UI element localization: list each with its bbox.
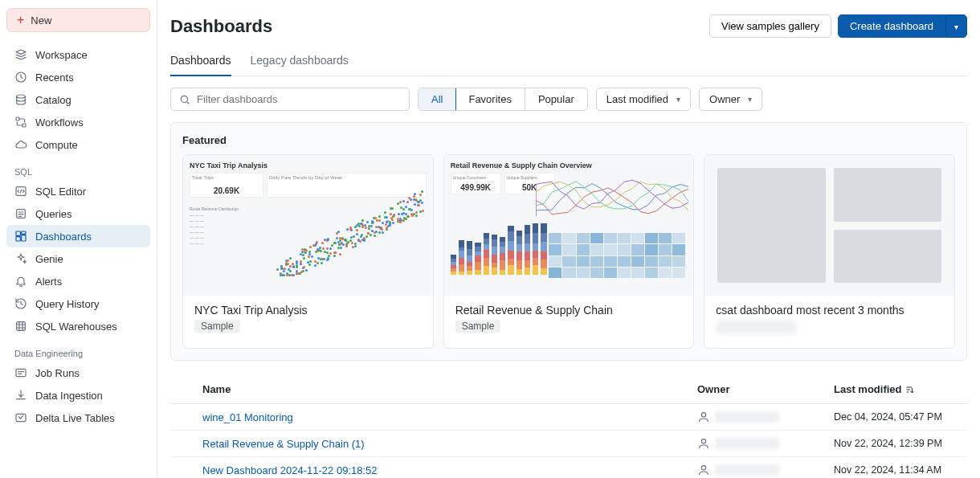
- sidebar-item-label: Workspace: [35, 49, 88, 61]
- svg-rect-7: [22, 231, 26, 234]
- warehouses-icon: [14, 320, 27, 333]
- col-modified-header[interactable]: Last modified: [834, 383, 962, 395]
- cloud-icon: [14, 138, 27, 151]
- alerts-icon: [14, 275, 27, 288]
- svg-point-15: [701, 413, 705, 417]
- svg-rect-9: [16, 237, 20, 241]
- new-button[interactable]: + New: [6, 8, 150, 32]
- search-icon: [179, 94, 190, 105]
- editor-icon: [14, 185, 27, 198]
- table-row[interactable]: New Dashboard 2024-11-22 09:18:52 Nov 22…: [170, 457, 967, 478]
- svg-point-13: [181, 96, 187, 102]
- person-icon: [697, 464, 710, 476]
- sidebar-item-label: SQL Warehouses: [35, 321, 117, 333]
- dlt-icon: [14, 411, 27, 424]
- segment-all[interactable]: All: [418, 88, 456, 111]
- jobruns-icon: [14, 366, 27, 379]
- sidebar-item-recents[interactable]: Recents: [6, 66, 150, 88]
- featured-title: Featured: [182, 134, 955, 146]
- genie-icon: [14, 252, 27, 265]
- sidebar-item-label: Alerts: [35, 276, 62, 288]
- sql-section-label: SQL: [6, 164, 150, 180]
- table-row[interactable]: Retail Revenue & Supply Chain (1) Nov 22…: [170, 431, 967, 457]
- sidebar-item-query-history[interactable]: Query History: [6, 292, 150, 315]
- de-section-label: Data Engineering: [6, 345, 150, 362]
- sample-badge: Sample: [194, 320, 240, 333]
- sidebar-item-sql-editor[interactable]: SQL Editor: [6, 180, 150, 202]
- create-dashboard-dropdown[interactable]: ▾: [945, 14, 967, 38]
- sidebar-item-label: Queries: [35, 208, 72, 220]
- sidebar-item-workflows[interactable]: Workflows: [6, 111, 150, 133]
- modified-cell: Nov 22, 2024, 11:34 AM: [834, 464, 962, 476]
- sidebar-item-workspace[interactable]: Workspace: [6, 43, 150, 66]
- sidebar-item-delta-live-tables[interactable]: Delta Live Tables: [6, 407, 150, 429]
- owner-name-redacted: [715, 411, 779, 423]
- col-owner-header[interactable]: Owner: [697, 383, 834, 395]
- history-icon: [14, 297, 27, 310]
- sidebar-item-sql-warehouses[interactable]: SQL Warehouses: [6, 315, 150, 337]
- ingestion-icon: [14, 389, 27, 402]
- sidebar-item-label: Job Runs: [35, 367, 80, 379]
- plus-icon: +: [17, 14, 24, 27]
- segment-favorites[interactable]: Favorites: [455, 88, 525, 110]
- sample-badge: Sample: [455, 320, 501, 333]
- owner-cell: [697, 437, 834, 450]
- sidebar-item-label: Catalog: [35, 94, 71, 106]
- sidebar-item-label: Data Ingestion: [35, 390, 103, 402]
- last-modified-dropdown[interactable]: Last modified ▾: [596, 88, 691, 111]
- sidebar-item-catalog[interactable]: Catalog: [6, 88, 150, 111]
- filter-input[interactable]: [197, 93, 401, 105]
- sidebar: + New WorkspaceRecentsCatalogWorkflowsCo…: [0, 0, 157, 478]
- create-dashboard-button[interactable]: Create dashboard: [838, 14, 945, 38]
- sidebar-item-genie[interactable]: Genie: [6, 247, 150, 270]
- sidebar-item-label: Recents: [35, 71, 74, 84]
- tab-legacy-dashboards[interactable]: Legacy dashboards: [251, 49, 349, 76]
- featured-card[interactable]: NYC Taxi Trip Analysis Total Trips20.69K…: [182, 154, 434, 349]
- main-content: Dashboards View samples gallery Create d…: [157, 0, 980, 478]
- tab-dashboards[interactable]: Dashboards: [170, 49, 231, 76]
- page-title: Dashboards: [170, 16, 272, 37]
- modified-cell: Dec 04, 2024, 05:47 PM: [834, 411, 962, 423]
- sidebar-item-alerts[interactable]: Alerts: [6, 270, 150, 292]
- featured-card[interactable]: Retail Revenue & Supply Chain Overview U…: [443, 154, 695, 349]
- owner-dropdown[interactable]: Owner ▾: [699, 88, 762, 111]
- table-row[interactable]: wine_01 Monitoring Dec 04, 2024, 05:47 P…: [170, 404, 967, 431]
- sidebar-item-label: Delta Live Tables: [35, 412, 115, 424]
- dashboard-link[interactable]: wine_01 Monitoring: [175, 411, 697, 423]
- sidebar-item-queries[interactable]: Queries: [6, 202, 150, 225]
- dashboard-link[interactable]: New Dashboard 2024-11-22 09:18:52: [175, 464, 697, 476]
- chevron-down-icon: ▾: [748, 95, 752, 104]
- sidebar-item-label: Dashboards: [35, 231, 92, 243]
- owner-badge-redacted: [716, 320, 796, 334]
- svg-rect-10: [17, 322, 26, 331]
- sidebar-item-compute[interactable]: Compute: [6, 133, 150, 156]
- svg-point-17: [701, 466, 705, 470]
- sidebar-item-label: Workflows: [35, 116, 84, 129]
- queries-icon: [14, 207, 27, 220]
- clock-icon: [14, 71, 27, 84]
- featured-card[interactable]: csat dashboard most recent 3 months: [704, 154, 955, 349]
- owner-cell: [697, 464, 834, 476]
- dashboard-link[interactable]: Retail Revenue & Supply Chain (1): [175, 438, 697, 450]
- new-button-label: New: [31, 14, 51, 27]
- card-preview: [704, 155, 954, 296]
- view-samples-button[interactable]: View samples gallery: [709, 14, 831, 38]
- sidebar-item-label: Genie: [35, 253, 63, 265]
- sidebar-item-dashboards[interactable]: Dashboards: [6, 225, 150, 247]
- sort-icon: [905, 385, 915, 394]
- sidebar-item-job-runs[interactable]: Job Runs: [6, 362, 150, 384]
- sidebar-item-data-ingestion[interactable]: Data Ingestion: [6, 384, 150, 407]
- card-title: Retail Revenue & Supply Chain: [455, 304, 683, 317]
- owner-name-redacted: [715, 438, 779, 449]
- card-title: csat dashboard most recent 3 months: [716, 304, 943, 317]
- dashboards-icon: [14, 230, 27, 243]
- chevron-down-icon: ▾: [676, 95, 680, 104]
- card-preview: Retail Revenue & Supply Chain Overview U…: [444, 155, 694, 296]
- filter-search[interactable]: [170, 88, 410, 111]
- workspace-icon: [14, 48, 27, 61]
- dashboards-table: Name Owner Last modified wine_01 Monitor…: [170, 375, 967, 478]
- catalog-icon: [14, 93, 27, 106]
- segment-popular[interactable]: Popular: [525, 88, 587, 110]
- sidebar-item-label: Compute: [35, 139, 78, 151]
- col-name-header[interactable]: Name: [175, 383, 697, 395]
